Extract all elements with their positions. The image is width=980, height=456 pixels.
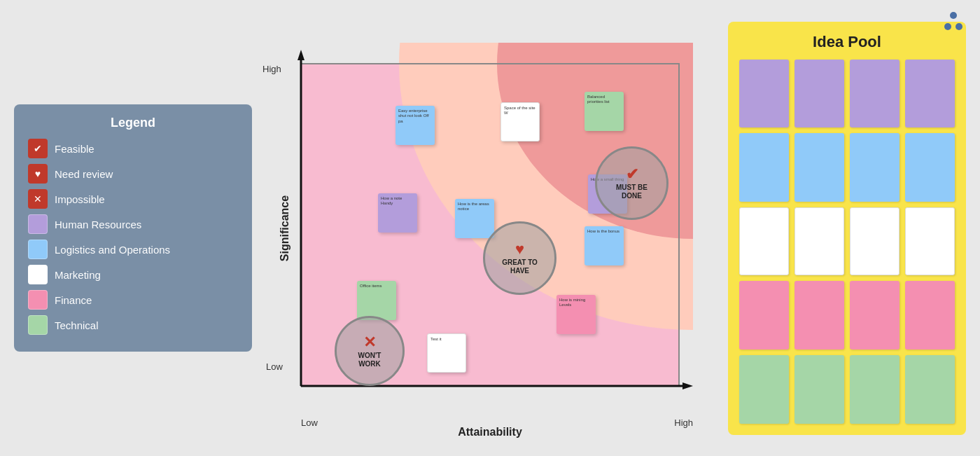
legend-label-technical: Technical <box>55 319 99 331</box>
sticky-s7[interactable]: How is the areas notice <box>455 199 494 238</box>
svg-marker-7 <box>682 382 693 389</box>
legend-item-logistics: Logistics and Operations <box>28 240 238 259</box>
chart-wrapper: Significance High Low Easy enterprise sh… <box>287 43 693 414</box>
pool-sticky-17[interactable] <box>739 355 789 424</box>
pool-sticky-13[interactable] <box>739 281 789 350</box>
pool-sticky-12[interactable] <box>905 207 955 276</box>
legend-item-review: ♥ Need review <box>28 164 238 184</box>
legend-panel: Legend ✔ Feasible ♥ Need review ✕ Imposs… <box>14 104 252 352</box>
feasible-icon: ✔ <box>28 139 48 158</box>
finance-color <box>28 290 48 310</box>
pool-sticky-3[interactable] <box>850 60 899 128</box>
logo-icon <box>941 8 966 39</box>
impossible-icon: ✕ <box>28 189 48 209</box>
pool-sticky-4[interactable] <box>905 60 955 128</box>
pool-sticky-7[interactable] <box>850 133 899 202</box>
idea-pool-title: Idea Pool <box>739 33 955 51</box>
pool-sticky-5[interactable] <box>739 133 789 202</box>
sticky-s1[interactable]: Easy enterprise shut not look Off pa <box>396 106 435 145</box>
pool-sticky-19[interactable] <box>850 355 899 424</box>
legend-label-feasible: Feasible <box>55 143 94 155</box>
sticky-s3[interactable]: Balanced priorities list <box>584 92 624 131</box>
legend-label-human-resources: Human Resources <box>55 219 141 230</box>
pool-sticky-1[interactable] <box>739 60 789 128</box>
legend-item-finance: Finance <box>28 290 238 310</box>
legend-label-impossible: Impossible <box>55 193 105 205</box>
legend-item-human-resources: Human Resources <box>28 214 238 234</box>
pool-sticky-18[interactable] <box>794 355 844 424</box>
legend-label-logistics: Logistics and Operations <box>55 244 170 256</box>
pool-sticky-9[interactable] <box>739 207 789 276</box>
idea-pool-grid <box>739 60 955 424</box>
pool-sticky-14[interactable] <box>794 281 844 350</box>
legend-label-review: Need review <box>55 168 113 180</box>
great-to-have-zone: ♥ GREAT TOHAVE <box>483 221 556 295</box>
sticky-s8[interactable]: Office items <box>357 281 396 320</box>
svg-point-10 <box>955 23 962 30</box>
sticky-s10[interactable]: Test it <box>427 333 466 373</box>
sticky-s9[interactable]: How is mining Levels <box>556 295 596 334</box>
must-be-done-zone: ✔ MUST BEDONE <box>595 146 668 220</box>
pool-sticky-10[interactable] <box>794 207 844 276</box>
x-axis-label: Attainability <box>458 426 522 438</box>
legend-item-technical: Technical <box>28 315 238 335</box>
legend-item-marketing: Marketing <box>28 265 238 284</box>
svg-point-9 <box>944 23 951 30</box>
pool-sticky-8[interactable] <box>905 133 955 202</box>
logistics-color <box>28 240 48 259</box>
svg-marker-5 <box>298 50 304 60</box>
pool-sticky-20[interactable] <box>905 355 955 424</box>
pool-sticky-16[interactable] <box>905 281 955 350</box>
legend-label-marketing: Marketing <box>55 269 101 281</box>
legend-item-feasible: ✔ Feasible <box>28 139 238 158</box>
pool-sticky-6[interactable] <box>794 133 844 202</box>
y-low-label: Low <box>266 361 283 372</box>
marketing-color <box>28 265 48 284</box>
idea-pool-panel: Idea Pool <box>728 22 966 435</box>
legend-item-impossible: ✕ Impossible <box>28 189 238 209</box>
pool-sticky-2[interactable] <box>794 60 844 128</box>
sticky-s2[interactable]: Space of the site W <box>500 102 540 141</box>
pool-sticky-15[interactable] <box>850 281 899 350</box>
legend-title: Legend <box>28 116 238 130</box>
sticky-s6[interactable]: How a note Handy <box>378 193 417 233</box>
sticky-s5[interactable]: How is the bonus <box>584 226 624 265</box>
technical-color <box>28 315 48 335</box>
x-high-label: High <box>674 417 693 428</box>
pool-sticky-11[interactable] <box>850 207 899 276</box>
y-high-label: High <box>262 64 281 74</box>
human-resources-color <box>28 214 48 234</box>
review-icon: ♥ <box>28 164 48 184</box>
svg-point-8 <box>950 12 957 19</box>
x-low-label: Low <box>301 417 318 428</box>
wont-work-zone: ✕ WON'TWORK <box>335 316 405 386</box>
legend-label-finance: Finance <box>55 294 92 306</box>
chart-container: Significance High Low Easy enterprise sh… <box>252 7 728 449</box>
